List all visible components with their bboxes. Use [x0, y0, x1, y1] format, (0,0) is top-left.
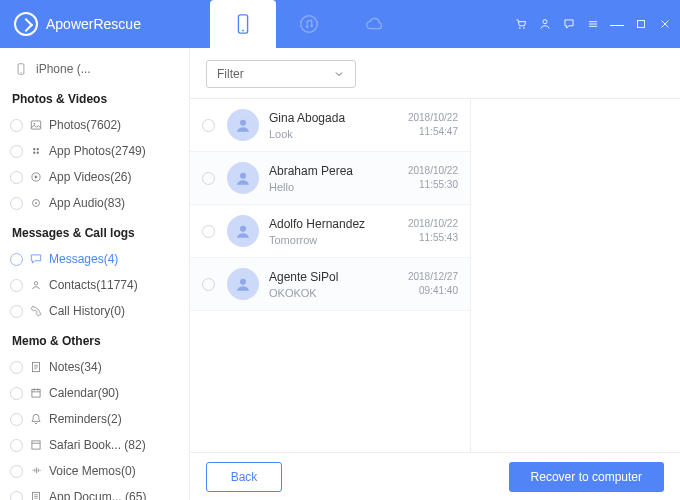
call-history-icon — [29, 304, 43, 318]
sidebar-item-label: Voice Memos(0) — [49, 464, 136, 478]
radio-icon — [10, 465, 23, 478]
sidebar-item-safari[interactable]: Safari Book... (82) — [0, 432, 189, 458]
photos-icon — [29, 118, 43, 132]
sidebar-item-reminders[interactable]: Reminders(2) — [0, 406, 189, 432]
window-controls: — — [514, 17, 672, 31]
svg-point-26 — [240, 173, 246, 179]
svg-point-4 — [310, 24, 313, 27]
app-videos-icon — [29, 170, 43, 184]
avatar — [227, 162, 259, 194]
messages-icon — [29, 252, 43, 266]
message-item[interactable]: Agente SiPolOKOKOK 2018/12/2709:41:40 — [190, 258, 470, 311]
svg-point-6 — [523, 27, 525, 29]
close-icon[interactable] — [658, 17, 672, 31]
svg-point-20 — [34, 282, 38, 286]
svg-point-14 — [37, 148, 39, 150]
voice-memos-icon — [29, 464, 43, 478]
back-button-label: Back — [231, 470, 258, 484]
message-time: 11:54:47 — [408, 125, 458, 139]
sidebar-item-label: Messages(4) — [49, 252, 118, 266]
message-date: 2018/10/22 — [408, 111, 458, 125]
sidebar-item-label: Contacts(11774) — [49, 278, 138, 292]
radio-icon[interactable] — [202, 278, 215, 291]
svg-point-10 — [20, 72, 21, 73]
radio-icon — [10, 197, 23, 210]
sidebar-device[interactable]: iPhone (... — [0, 56, 189, 82]
svg-point-19 — [35, 202, 37, 204]
message-date: 2018/10/22 — [408, 217, 458, 231]
sidebar-item-notes[interactable]: Notes(34) — [0, 354, 189, 380]
message-item[interactable]: Gina AbogadaLook 2018/10/2211:54:47 — [190, 99, 470, 152]
svg-rect-23 — [32, 441, 40, 449]
sidebar-item-calendar[interactable]: Calendar(90) — [0, 380, 189, 406]
sidebar-item-label: Notes(34) — [49, 360, 102, 374]
cart-icon[interactable] — [514, 17, 528, 31]
sidebar: iPhone (... Photos & Videos Photos(7602)… — [0, 48, 190, 500]
message-preview: Hello — [269, 181, 398, 193]
svg-point-25 — [240, 120, 246, 126]
sidebar-item-messages[interactable]: Messages(4) — [0, 246, 189, 272]
message-detail-pane — [470, 99, 680, 452]
tab-music[interactable] — [276, 0, 342, 48]
sidebar-item-app-audio[interactable]: App Audio(83) — [0, 190, 189, 216]
svg-point-16 — [37, 152, 39, 154]
sidebar-item-label: App Audio(83) — [49, 196, 125, 210]
svg-point-7 — [543, 20, 547, 24]
filter-label: Filter — [217, 67, 244, 81]
sidebar-item-label: Calendar(90) — [49, 386, 119, 400]
menu-icon[interactable] — [586, 17, 600, 31]
sidebar-item-app-photos[interactable]: App Photos(2749) — [0, 138, 189, 164]
app-docs-icon — [29, 490, 43, 500]
minimize-icon[interactable]: — — [610, 17, 624, 31]
sidebar-item-app-videos[interactable]: App Videos(26) — [0, 164, 189, 190]
music-icon — [298, 13, 320, 35]
app-logo: ApowerRescue — [0, 12, 141, 36]
sidebar-item-app-docs[interactable]: App Docum... (65) — [0, 484, 189, 500]
person-icon — [234, 222, 252, 240]
tab-device[interactable] — [210, 0, 276, 48]
message-name: Agente SiPol — [269, 270, 398, 284]
filter-dropdown[interactable]: Filter — [206, 60, 356, 88]
svg-point-28 — [240, 279, 246, 285]
radio-icon[interactable] — [202, 225, 215, 238]
message-item[interactable]: Abraham PereaHello 2018/10/2211:55:30 — [190, 152, 470, 205]
radio-icon[interactable] — [202, 172, 215, 185]
device-phone-icon — [14, 62, 28, 76]
message-date: 2018/10/22 — [408, 164, 458, 178]
message-item[interactable]: Adolfo HernandezTomorrow 2018/10/2211:55… — [190, 205, 470, 258]
sidebar-item-voice-memos[interactable]: Voice Memos(0) — [0, 458, 189, 484]
radio-icon — [10, 145, 23, 158]
person-icon — [234, 169, 252, 187]
svg-rect-8 — [638, 21, 645, 28]
recover-button[interactable]: Recover to computer — [509, 462, 664, 492]
sidebar-item-call-history[interactable]: Call History(0) — [0, 298, 189, 324]
message-time: 11:55:30 — [408, 178, 458, 192]
section-messages-title: Messages & Call logs — [0, 216, 189, 246]
radio-icon — [10, 171, 23, 184]
feedback-icon[interactable] — [562, 17, 576, 31]
contacts-icon — [29, 278, 43, 292]
tab-cloud[interactable] — [342, 0, 408, 48]
radio-icon[interactable] — [202, 119, 215, 132]
user-icon[interactable] — [538, 17, 552, 31]
sidebar-item-photos[interactable]: Photos(7602) — [0, 112, 189, 138]
message-name: Gina Abogada — [269, 111, 398, 125]
logo-icon — [14, 12, 38, 36]
avatar — [227, 215, 259, 247]
avatar — [227, 109, 259, 141]
sidebar-item-label: App Docum... (65) — [49, 490, 146, 500]
app-audio-icon — [29, 196, 43, 210]
message-name: Abraham Perea — [269, 164, 398, 178]
cloud-icon — [364, 13, 386, 35]
title-bar: ApowerRescue — — [0, 0, 680, 48]
sidebar-item-label: Reminders(2) — [49, 412, 122, 426]
radio-icon — [10, 413, 23, 426]
svg-rect-11 — [31, 121, 40, 129]
maximize-icon[interactable] — [634, 17, 648, 31]
message-time: 11:55:43 — [408, 231, 458, 245]
sidebar-item-contacts[interactable]: Contacts(11774) — [0, 272, 189, 298]
radio-icon — [10, 253, 23, 266]
avatar — [227, 268, 259, 300]
radio-icon — [10, 279, 23, 292]
back-button[interactable]: Back — [206, 462, 282, 492]
